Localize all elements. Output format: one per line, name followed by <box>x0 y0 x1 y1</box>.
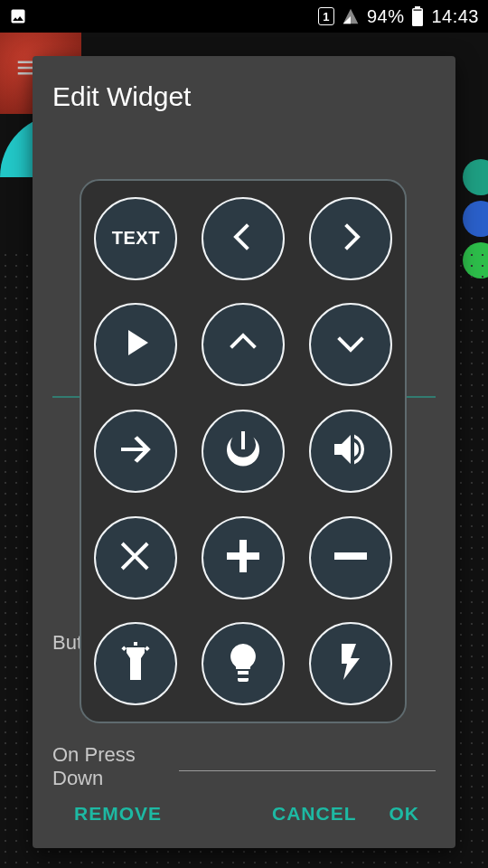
icon-option-chevron-left[interactable] <box>202 197 285 280</box>
flashlight-icon <box>114 640 157 687</box>
icon-option-chevron-up[interactable] <box>202 303 285 386</box>
icon-option-plus[interactable] <box>202 516 285 599</box>
icon-option-volume[interactable] <box>309 410 392 493</box>
chevron-down-icon <box>329 321 372 368</box>
svg-rect-2 <box>414 10 422 11</box>
icon-option-chevron-right[interactable] <box>309 197 392 280</box>
play-icon <box>114 321 157 368</box>
text-icon: TEXT <box>112 228 160 249</box>
power-icon <box>221 428 265 475</box>
battery-percentage: 94% <box>367 6 405 27</box>
bulb-icon <box>221 640 265 687</box>
svg-rect-1 <box>415 6 420 9</box>
icon-option-text[interactable]: TEXT <box>94 197 177 280</box>
icon-option-bulb[interactable] <box>202 622 285 705</box>
chevron-right-icon <box>329 215 372 262</box>
minus-icon <box>329 534 372 581</box>
chevron-up-icon <box>221 321 265 368</box>
signal-icon <box>342 7 360 25</box>
cancel-button[interactable]: CANCEL <box>256 792 373 835</box>
icon-option-power[interactable] <box>202 410 285 493</box>
svg-rect-0 <box>412 8 423 26</box>
dialog-title: Edit Widget <box>52 81 436 112</box>
sim-indicator: 1 <box>318 7 334 25</box>
icon-picker-grid: TEXT <box>80 179 407 723</box>
label-on-press-down: On Press Down <box>52 743 136 791</box>
status-bar: 1 94% 14:43 <box>0 0 488 33</box>
image-app-icon <box>9 7 27 25</box>
arrow-right-icon <box>114 428 157 475</box>
ok-button[interactable]: OK <box>373 792 436 835</box>
icon-option-bolt[interactable] <box>309 622 392 705</box>
volume-icon <box>329 428 372 475</box>
chevron-left-icon <box>221 215 265 262</box>
remove-button[interactable]: REMOVE <box>58 792 178 835</box>
clock-text: 14:43 <box>431 6 479 27</box>
plus-icon <box>221 534 265 581</box>
icon-option-play[interactable] <box>94 303 177 386</box>
icon-option-arrow-right[interactable] <box>94 410 177 493</box>
input-underline <box>179 770 436 771</box>
icon-option-close[interactable] <box>94 516 177 599</box>
icon-option-chevron-down[interactable] <box>309 303 392 386</box>
battery-icon <box>411 6 424 26</box>
close-icon <box>114 534 157 581</box>
icon-option-flashlight[interactable] <box>94 622 177 705</box>
icon-option-minus[interactable] <box>309 516 392 599</box>
bolt-icon <box>329 640 372 687</box>
